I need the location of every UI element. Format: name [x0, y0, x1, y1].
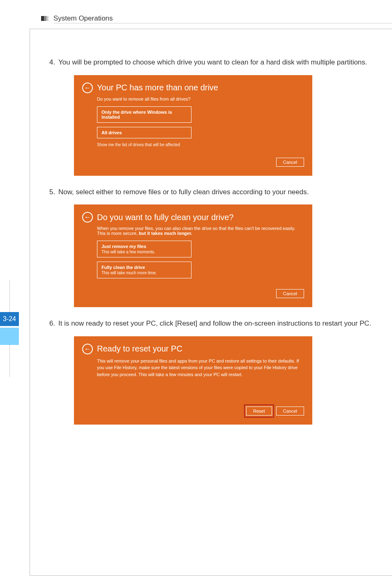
- cancel-button[interactable]: Cancel: [276, 289, 304, 298]
- option-only-windows-drive[interactable]: Only the drive where Windows is installe…: [97, 106, 191, 123]
- option-just-remove[interactable]: Just remove my files This will take a fe…: [97, 241, 191, 257]
- dialog-ready-reset: ← Ready to reset your PC This will remov…: [74, 336, 312, 425]
- dialog-fully-clean: ← Do you want to fully clean your drive?…: [74, 204, 312, 307]
- back-icon[interactable]: ←: [82, 344, 93, 354]
- step-4: 4. You will be prompted to choose which …: [49, 57, 376, 176]
- chapter-title: System Operations: [53, 14, 113, 23]
- page-number-tab: 3-24: [0, 280, 19, 377]
- dialog-title: Ready to reset your PC: [97, 344, 182, 354]
- option-all-drives[interactable]: All drives: [97, 127, 191, 138]
- step-text: Now, select either to remove files or to…: [58, 187, 376, 198]
- cancel-button[interactable]: Cancel: [276, 407, 304, 416]
- step-text: It is now ready to reset your PC, click …: [58, 319, 376, 329]
- step-number: 6.: [49, 319, 58, 329]
- dialog-multiple-drives: ← Your PC has more than one drive Do you…: [74, 75, 312, 176]
- show-drives-link[interactable]: Show me the list of drives that will be …: [97, 142, 304, 147]
- dialog-body: This will remove your personal files and…: [97, 358, 304, 378]
- step-number: 5.: [49, 187, 58, 198]
- back-icon[interactable]: ←: [82, 212, 93, 223]
- step-6: 6. It is now ready to reset your PC, cli…: [49, 319, 376, 425]
- header-icon: [41, 16, 48, 21]
- dialog-title: Your PC has more than one drive: [97, 83, 218, 92]
- cancel-button[interactable]: Cancel: [276, 158, 304, 167]
- dialog-title: Do you want to fully clean your drive?: [97, 213, 233, 222]
- back-icon[interactable]: ←: [82, 83, 93, 93]
- page-header: System Operations: [41, 14, 113, 23]
- option-fully-clean[interactable]: Fully clean the drive This will take muc…: [97, 262, 191, 278]
- dialog-subtitle: When you remove your files, you can also…: [97, 226, 304, 236]
- dialog-subtitle: Do you want to remove all files from all…: [97, 96, 304, 101]
- step-number: 4.: [49, 57, 58, 68]
- step-5: 5. Now, select either to remove files or…: [49, 187, 376, 308]
- reset-button[interactable]: Reset: [246, 407, 272, 416]
- step-text: You will be prompted to choose which dri…: [58, 57, 376, 68]
- page-number: 3-24: [0, 312, 19, 326]
